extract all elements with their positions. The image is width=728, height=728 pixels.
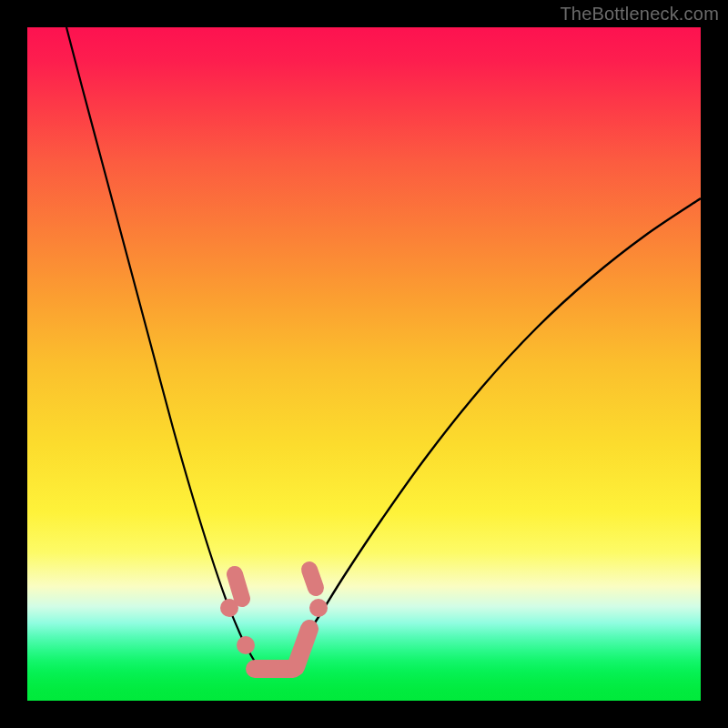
marker-capsule bbox=[296, 629, 309, 667]
plot-area bbox=[27, 27, 701, 701]
marker-dot bbox=[237, 636, 255, 654]
marker-capsule bbox=[235, 574, 242, 599]
curve-right-curve bbox=[284, 198, 701, 670]
marker-dot bbox=[309, 599, 328, 617]
marker-capsule bbox=[309, 570, 316, 588]
chart-frame: TheBottleneck.com bbox=[0, 0, 728, 728]
watermark-text: TheBottleneck.com bbox=[560, 4, 719, 25]
curve-overlay bbox=[27, 27, 701, 701]
